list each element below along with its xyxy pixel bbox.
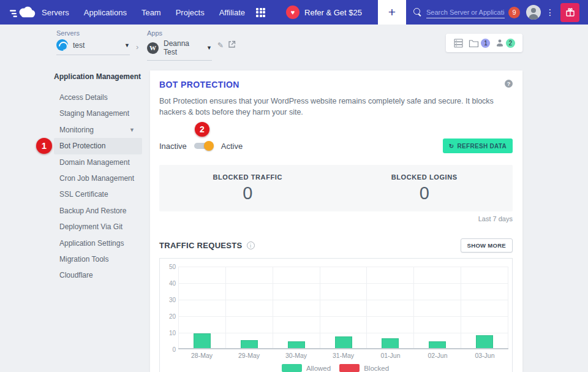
bar-allowed-03-jun[interactable] bbox=[476, 335, 493, 349]
legend-label: Blocked bbox=[364, 365, 389, 372]
bar-allowed-02-jun[interactable] bbox=[429, 341, 446, 348]
sidebar-item-application-settings[interactable]: Application Settings bbox=[54, 235, 142, 251]
stat-label: BLOCKED LOGINS bbox=[391, 173, 458, 181]
refer-label: Refer & Get $25 bbox=[304, 8, 362, 17]
folder-icon bbox=[469, 39, 479, 48]
help-icon[interactable]: ? bbox=[505, 80, 513, 88]
stat-label: BLOCKED TRAFFIC bbox=[213, 173, 283, 181]
chart-column-28-may bbox=[178, 267, 225, 348]
nav-item-affiliate[interactable]: Affiliate bbox=[219, 8, 245, 17]
chart-column-03-jun bbox=[461, 267, 508, 348]
x-label-02-jun: 02-Jun bbox=[414, 352, 461, 359]
bar-allowed-30-may[interactable] bbox=[288, 341, 305, 348]
sidebar-item-backup-and-restore[interactable]: Backup And Restore bbox=[54, 203, 142, 219]
server-rack-icon bbox=[453, 38, 464, 48]
sidebar-item-label: Access Details bbox=[59, 89, 108, 105]
stat-blocked-logins: BLOCKED LOGINS0 bbox=[336, 165, 513, 211]
sidebar-item-label: Deployment Via Git bbox=[59, 219, 123, 235]
sidebar-item-label: Domain Management bbox=[59, 154, 130, 170]
show-more-button[interactable]: SHOW MORE bbox=[461, 238, 513, 252]
team-button[interactable]: 2 bbox=[496, 39, 515, 48]
x-label-01-jun: 01-Jun bbox=[367, 352, 414, 359]
app-dropdown[interactable]: W Deanna Test ▼ bbox=[147, 39, 212, 61]
cloudways-logo[interactable] bbox=[10, 5, 37, 20]
nav-item-servers[interactable]: Servers bbox=[42, 8, 69, 17]
open-app-icon[interactable] bbox=[228, 40, 236, 51]
toggle-active-label: Active bbox=[221, 142, 243, 151]
add-server-button[interactable]: + bbox=[378, 0, 406, 25]
nav-item-applications[interactable]: Applications bbox=[84, 8, 127, 17]
sidebar-item-label: Cron Job Management bbox=[59, 170, 134, 186]
chevron-down-icon: ▼ bbox=[206, 45, 212, 51]
stats-panel: BLOCKED TRAFFIC0BLOCKED LOGINS0 bbox=[159, 165, 513, 211]
sidebar-item-ssl-certificate[interactable]: SSL Certificate bbox=[54, 186, 142, 202]
chevron-down-icon: ▼ bbox=[129, 122, 135, 138]
chart-plot bbox=[178, 267, 508, 349]
page-description: Bot Protection ensures that your WordPre… bbox=[159, 96, 505, 118]
sidebar-item-migration-tools[interactable]: Migration Tools bbox=[54, 251, 142, 267]
stat-value: 0 bbox=[243, 183, 252, 203]
avatar[interactable] bbox=[526, 5, 541, 20]
sidebar-item-label: Monitoring bbox=[59, 122, 94, 138]
sidebar-item-label: Cloudflare bbox=[59, 267, 93, 283]
server-selector: Servers test ▼ bbox=[56, 29, 130, 55]
sidebar-item-staging-management[interactable]: Staging Management bbox=[54, 105, 142, 121]
server-list-button[interactable] bbox=[453, 38, 464, 48]
chart-legend: AllowedBlocked bbox=[162, 364, 508, 372]
sidebar-item-bot-protection[interactable]: Bot Protection1 bbox=[54, 138, 142, 154]
sidebar-item-domain-management[interactable]: Domain Management bbox=[54, 154, 142, 170]
search-icon bbox=[413, 8, 422, 17]
nav-item-projects[interactable]: Projects bbox=[176, 8, 205, 17]
chart-yaxis: 01020304050 bbox=[162, 267, 176, 349]
refer-button[interactable]: ♥ Refer & Get $25 bbox=[286, 6, 362, 19]
legend-item-blocked: Blocked bbox=[339, 364, 389, 372]
chart-column-02-jun bbox=[413, 267, 461, 348]
legend-swatch-allowed bbox=[282, 364, 302, 372]
step-marker-1: 1 bbox=[36, 138, 52, 154]
sidebar-item-access-details[interactable]: Access Details bbox=[54, 89, 142, 105]
apps-grid-icon[interactable] bbox=[256, 8, 265, 17]
y-tick-20: 20 bbox=[169, 313, 176, 320]
context-summary-card: 1 2 bbox=[446, 34, 522, 52]
bot-protection-toggle[interactable] bbox=[194, 143, 213, 149]
y-tick-30: 30 bbox=[169, 297, 176, 303]
bar-allowed-29-may[interactable] bbox=[241, 340, 258, 349]
chart-column-30-may bbox=[273, 267, 320, 348]
sidebar-item-deployment-via-git[interactable]: Deployment Via Git bbox=[54, 219, 142, 235]
gift-button[interactable] bbox=[560, 3, 579, 22]
traffic-requests-title: TRAFFIC REQUESTS bbox=[159, 241, 243, 250]
x-label-30-may: 30-May bbox=[273, 352, 320, 359]
breadcrumb-separator: › bbox=[136, 42, 138, 51]
y-tick-10: 10 bbox=[169, 330, 176, 336]
search-area bbox=[413, 7, 505, 18]
nav-item-team[interactable]: Team bbox=[141, 8, 161, 17]
gift-icon bbox=[565, 7, 575, 17]
kebab-menu-icon[interactable]: ⋮ bbox=[546, 8, 554, 17]
x-label-29-may: 29-May bbox=[225, 352, 273, 359]
chart-column-01-jun bbox=[366, 267, 413, 348]
team-count-badge: 2 bbox=[506, 39, 515, 48]
legend-swatch-blocked bbox=[339, 364, 360, 372]
server-dropdown[interactable]: test ▼ bbox=[56, 39, 130, 55]
info-icon[interactable]: i bbox=[247, 241, 255, 249]
edit-app-icon[interactable]: ✎ bbox=[217, 41, 224, 50]
toggle-knob bbox=[204, 141, 214, 151]
search-input[interactable] bbox=[426, 7, 505, 18]
sidebar-item-label: Application Settings bbox=[59, 235, 124, 251]
period-label: Last 7 days bbox=[159, 215, 513, 222]
app-name: Deanna Test bbox=[164, 39, 202, 56]
stat-blocked-traffic: BLOCKED TRAFFIC0 bbox=[159, 165, 336, 211]
navbar-right: ♥ Refer & Get $25 + 9 ⋮ bbox=[286, 0, 588, 25]
page-title: BOT PROTECTION bbox=[159, 80, 239, 89]
sidebar-items: Access DetailsStaging ManagementMonitori… bbox=[34, 89, 142, 284]
bar-allowed-31-may[interactable] bbox=[335, 336, 352, 348]
y-tick-40: 40 bbox=[169, 280, 176, 287]
bar-allowed-01-jun[interactable] bbox=[382, 338, 399, 348]
projects-button[interactable]: 1 bbox=[469, 39, 490, 48]
refresh-data-button[interactable]: ↻ REFRESH DATA bbox=[443, 139, 513, 153]
sidebar-item-cloudflare[interactable]: Cloudflare bbox=[54, 267, 142, 283]
sidebar-item-monitoring[interactable]: Monitoring▼ bbox=[54, 122, 142, 138]
sidebar-item-cron-job-management[interactable]: Cron Job Management bbox=[54, 170, 142, 186]
notification-badge[interactable]: 9 bbox=[508, 7, 520, 18]
bar-allowed-28-may[interactable] bbox=[194, 333, 211, 348]
